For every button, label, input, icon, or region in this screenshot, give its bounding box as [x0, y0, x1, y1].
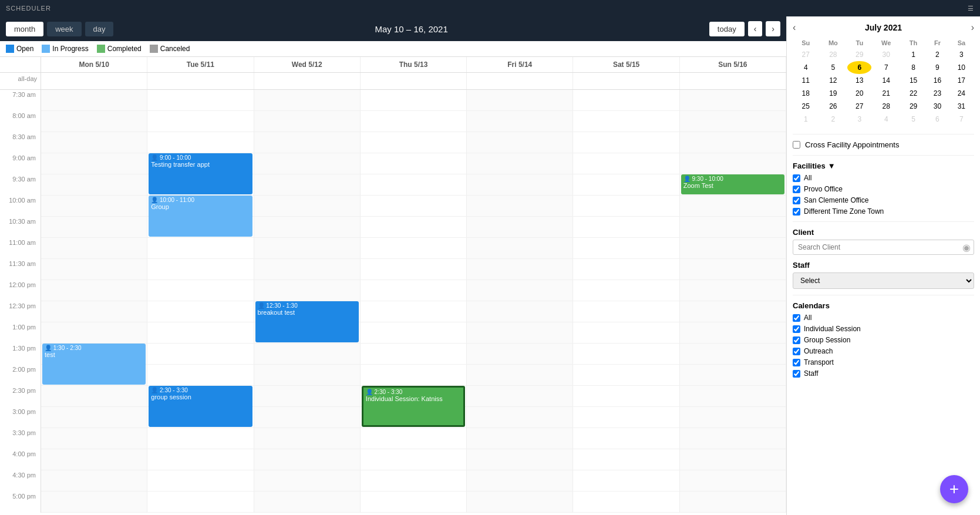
mini-cal-day[interactable]: 4 — [793, 61, 819, 74]
time-slot[interactable] — [467, 259, 573, 280]
time-slot[interactable] — [254, 196, 361, 217]
mini-cal-day[interactable]: 25 — [793, 100, 819, 113]
time-slot[interactable] — [680, 344, 786, 365]
mini-cal-day[interactable]: 21 — [871, 87, 901, 100]
time-slot[interactable] — [573, 280, 679, 301]
time-slot[interactable] — [467, 196, 573, 217]
mini-cal-day[interactable]: 30 — [871, 48, 901, 61]
time-slot[interactable] — [41, 90, 147, 111]
hamburger-icon[interactable]: ☰ — [968, 5, 974, 12]
time-slot[interactable] — [41, 196, 147, 217]
time-slot[interactable] — [254, 259, 361, 280]
mini-cal-day[interactable]: 11 — [793, 74, 819, 87]
time-slot[interactable] — [41, 428, 147, 449]
time-slot[interactable] — [41, 492, 147, 513]
mini-cal-day[interactable]: 18 — [793, 87, 819, 100]
time-slot[interactable] — [361, 322, 467, 344]
mini-cal-day[interactable]: 2 — [819, 113, 848, 126]
time-slot[interactable] — [361, 470, 467, 492]
time-slot[interactable] — [361, 449, 467, 470]
time-slot[interactable] — [254, 280, 361, 301]
time-slot[interactable] — [573, 470, 679, 492]
mini-cal-day[interactable]: 10 — [949, 61, 974, 74]
time-slot[interactable] — [41, 238, 147, 259]
calendar-checkbox[interactable] — [793, 325, 800, 333]
time-slot[interactable] — [41, 301, 147, 322]
next-button[interactable]: › — [766, 21, 780, 36]
mini-cal-day[interactable]: 27 — [793, 48, 819, 61]
mini-cal-day[interactable]: 16 — [926, 74, 949, 87]
all-day-sat[interactable] — [573, 73, 679, 89]
time-slot[interactable] — [147, 470, 254, 492]
client-search-input[interactable] — [793, 240, 974, 255]
time-slot[interactable] — [467, 280, 573, 301]
time-slot[interactable] — [254, 365, 361, 386]
time-slot[interactable] — [467, 365, 573, 386]
time-slot[interactable] — [361, 217, 467, 238]
mini-cal-day[interactable]: 2 — [926, 48, 949, 61]
time-slot[interactable] — [361, 153, 467, 174]
event-individual-session[interactable]: 👤 2:30 - 3:30Individual Session: Katniss — [362, 386, 465, 427]
time-slot[interactable] — [467, 132, 573, 153]
time-slot[interactable] — [254, 153, 361, 174]
time-slot[interactable] — [147, 365, 254, 386]
mini-cal-day[interactable]: 28 — [871, 100, 901, 113]
time-slot[interactable] — [573, 238, 679, 259]
time-slot[interactable] — [680, 492, 786, 513]
time-slot[interactable] — [680, 407, 786, 428]
time-slot[interactable] — [254, 174, 361, 196]
mini-cal-day[interactable]: 24 — [949, 87, 974, 100]
time-slot[interactable] — [680, 365, 786, 386]
time-slot[interactable] — [41, 449, 147, 470]
mini-cal-day[interactable]: 4 — [871, 113, 901, 126]
time-slot[interactable]: 👤 2:30 - 3:30group session — [147, 386, 254, 407]
time-slot[interactable] — [467, 111, 573, 132]
time-slot[interactable] — [254, 428, 361, 449]
time-slot[interactable] — [147, 280, 254, 301]
facility-checkbox[interactable] — [793, 197, 800, 204]
time-slot[interactable] — [573, 174, 679, 196]
mini-cal-day[interactable]: 6 — [926, 113, 949, 126]
mini-cal-day[interactable]: 1 — [901, 48, 926, 61]
time-slot[interactable] — [254, 217, 361, 238]
calendar-checkbox[interactable] — [793, 336, 800, 344]
staff-select[interactable]: Select — [793, 272, 974, 289]
all-day-sun[interactable] — [680, 73, 786, 89]
mini-cal-day[interactable]: 28 — [819, 48, 848, 61]
mini-cal-day[interactable]: 19 — [819, 87, 848, 100]
calendar-checkbox[interactable] — [793, 348, 800, 355]
mini-cal-day[interactable]: 3 — [949, 48, 974, 61]
time-slot[interactable] — [467, 344, 573, 365]
time-slot[interactable]: 👤 9:00 - 10:00Testing transfer appt — [147, 153, 254, 174]
event-test[interactable]: 👤 1:30 - 2:30test — [42, 344, 146, 385]
time-slot[interactable] — [361, 90, 467, 111]
mini-cal-next-button[interactable]: › — [971, 22, 974, 33]
time-slot[interactable] — [41, 132, 147, 153]
time-slot[interactable] — [361, 365, 467, 386]
mini-cal-day[interactable]: 5 — [901, 113, 926, 126]
time-slot[interactable] — [573, 196, 679, 217]
mini-cal-day[interactable]: 26 — [819, 100, 848, 113]
time-slot[interactable] — [680, 322, 786, 344]
time-slot[interactable] — [680, 259, 786, 280]
view-week-button[interactable]: week — [47, 22, 81, 36]
fab-button[interactable]: + — [940, 475, 968, 503]
all-day-fri[interactable] — [467, 73, 573, 89]
time-slot[interactable] — [147, 492, 254, 513]
time-slot[interactable] — [147, 111, 254, 132]
mini-cal-day[interactable]: 31 — [949, 100, 974, 113]
time-slot[interactable] — [254, 238, 361, 259]
time-slot[interactable] — [361, 259, 467, 280]
time-slot[interactable] — [467, 90, 573, 111]
time-slot[interactable] — [254, 449, 361, 470]
mini-cal-day[interactable]: 9 — [926, 61, 949, 74]
time-slot[interactable] — [147, 259, 254, 280]
time-slot[interactable] — [467, 492, 573, 513]
time-slot[interactable] — [573, 132, 679, 153]
mini-cal-day[interactable]: 8 — [901, 61, 926, 74]
time-slot[interactable] — [467, 153, 573, 174]
mini-cal-day[interactable]: 29 — [847, 48, 871, 61]
time-slot[interactable] — [361, 174, 467, 196]
time-slot[interactable] — [573, 90, 679, 111]
time-slot[interactable] — [254, 111, 361, 132]
